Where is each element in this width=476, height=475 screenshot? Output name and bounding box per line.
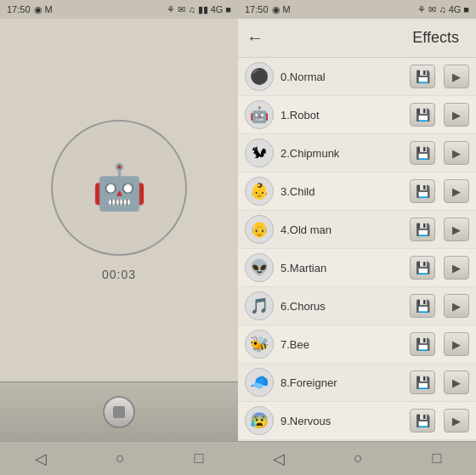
- left-nav-bar: ◁ ○ □: [0, 441, 238, 475]
- effect-icon-5: 👽: [245, 253, 274, 282]
- play-button-1[interactable]: [444, 103, 469, 127]
- effect-name-4: 4.Old man: [280, 223, 401, 236]
- play-icon-0: [452, 71, 461, 83]
- right-status-time: 17:50 ◉ M: [245, 4, 291, 15]
- play-button-8[interactable]: [444, 370, 469, 394]
- effect-item-7: 🐝 7.Bee: [238, 325, 476, 364]
- save-button-0[interactable]: [410, 65, 435, 88]
- save-button-1[interactable]: [410, 103, 435, 127]
- effect-name-1: 1.Robot: [280, 109, 401, 122]
- effect-icon-9: 😰: [245, 406, 274, 435]
- effect-name-0: 0.Normal: [280, 71, 401, 83]
- effect-item-1: 🤖 1.Robot: [238, 96, 476, 134]
- left-panel: 17:50 ◉ M ⚘ ✉ ♫ ▮▮ 4G ■ 🤖 00:03 ◁ ○ □: [0, 0, 238, 475]
- back-nav-button[interactable]: ◁: [18, 446, 64, 472]
- timer-display: 00:03: [102, 268, 136, 281]
- robot-icon: 🤖: [92, 161, 147, 213]
- play-icon-9: [452, 415, 461, 427]
- battery-icon: ■: [225, 4, 231, 14]
- effect-icon-3: 👶: [245, 177, 274, 206]
- play-button-6[interactable]: [444, 294, 469, 318]
- r-back-nav-button[interactable]: ◁: [256, 446, 302, 472]
- recorder-main: 🤖 00:03: [0, 19, 238, 382]
- left-signal-icon: ◉ M: [34, 4, 53, 15]
- save-icon-3: [416, 184, 430, 198]
- effect-name-6: 6.Chorus: [280, 300, 401, 313]
- save-button-9[interactable]: [410, 409, 435, 433]
- save-icon-5: [416, 261, 430, 274]
- save-button-2[interactable]: [410, 141, 435, 165]
- effect-icon-6: 🎵: [245, 291, 274, 320]
- play-icon-1: [452, 109, 461, 122]
- save-button-5[interactable]: [410, 256, 435, 280]
- play-button-7[interactable]: [444, 332, 469, 356]
- effect-item-3: 👶 3.Child: [238, 172, 476, 211]
- effects-list: ⚫ 0.Normal 🤖 1.Robot 🐿 2.Chipmunk 👶 3.Ch…: [238, 58, 476, 441]
- robot-circle: 🤖: [51, 120, 187, 256]
- recent-nav-button[interactable]: □: [177, 446, 220, 471]
- right-nav-bar: ◁ ○ □: [238, 441, 476, 475]
- home-nav-button[interactable]: ○: [99, 446, 142, 471]
- stop-button[interactable]: [103, 396, 135, 428]
- wifi-icon: 4G: [211, 4, 224, 14]
- r-signal-icon: 4G: [449, 4, 462, 14]
- effect-item-5: 👽 5.Martian: [238, 249, 476, 287]
- effect-icon-8: 🧢: [245, 368, 274, 397]
- effect-item-6: 🎵 6.Chorus: [238, 287, 476, 325]
- effect-item-0: ⚫ 0.Normal: [238, 58, 476, 96]
- r-volume-icon: ♫: [439, 4, 445, 14]
- effect-name-7: 7.Bee: [280, 338, 401, 351]
- save-icon-0: [416, 70, 430, 83]
- save-button-3[interactable]: [410, 179, 435, 203]
- effect-item-4: 👴 4.Old man: [238, 211, 476, 249]
- effect-name-8: 8.Foreigner: [280, 376, 401, 389]
- effect-name-5: 5.Martian: [280, 262, 401, 274]
- play-button-0[interactable]: [444, 65, 469, 88]
- stop-icon: [113, 406, 125, 418]
- effect-name-2: 2.Chipmunk: [280, 147, 401, 160]
- volume-icon: ♫: [188, 4, 195, 14]
- effects-header: ← Effects: [238, 19, 476, 58]
- alarm-icon: ✉: [178, 4, 185, 15]
- save-icon-1: [416, 108, 430, 122]
- save-button-8[interactable]: [410, 370, 435, 394]
- save-icon-9: [416, 414, 430, 427]
- play-button-3[interactable]: [444, 179, 469, 203]
- play-button-2[interactable]: [444, 141, 469, 165]
- effect-name-3: 3.Child: [280, 185, 401, 198]
- back-button[interactable]: ←: [246, 28, 264, 48]
- right-signal-icon: ◉ M: [272, 4, 291, 15]
- play-button-4[interactable]: [444, 218, 469, 241]
- effect-item-2: 🐿 2.Chipmunk: [238, 134, 476, 172]
- right-time: 17:50: [245, 4, 269, 14]
- save-icon-2: [416, 146, 430, 160]
- r-battery-icon: ■: [463, 4, 469, 14]
- save-button-6[interactable]: [410, 294, 435, 318]
- save-icon-7: [416, 337, 430, 351]
- play-icon-8: [452, 376, 461, 389]
- r-alarm-icon: ✉: [428, 4, 436, 15]
- save-button-7[interactable]: [410, 332, 435, 356]
- play-button-9[interactable]: [444, 409, 469, 433]
- effects-title: Effects: [412, 29, 459, 47]
- effect-item-8: 🧢 8.Foreigner: [238, 364, 476, 402]
- r-home-nav-button[interactable]: ○: [337, 446, 380, 471]
- effect-icon-2: 🐿: [245, 139, 274, 167]
- play-icon-2: [452, 147, 461, 160]
- play-button-5[interactable]: [444, 256, 469, 280]
- effect-name-9: 9.Nervous: [280, 415, 401, 427]
- play-icon-3: [452, 185, 461, 198]
- signal-icon: ▮▮: [198, 4, 208, 15]
- right-panel: 17:50 ◉ M ⚘ ✉ ♫ 4G ■ ← Effects ⚫ 0.Norma…: [238, 0, 476, 475]
- save-icon-8: [416, 376, 430, 389]
- save-icon-4: [416, 223, 430, 236]
- play-icon-4: [452, 223, 461, 236]
- right-status-bar: 17:50 ◉ M ⚘ ✉ ♫ 4G ■: [238, 0, 476, 19]
- r-bluetooth-icon: ⚘: [417, 4, 426, 15]
- r-recent-nav-button[interactable]: □: [415, 446, 458, 471]
- effect-icon-0: ⚫: [245, 62, 274, 91]
- left-status-icons: ⚘ ✉ ♫ ▮▮ 4G ■: [167, 4, 231, 15]
- save-button-4[interactable]: [410, 218, 435, 241]
- effect-icon-4: 👴: [245, 215, 274, 244]
- left-time: 17:50: [7, 4, 31, 14]
